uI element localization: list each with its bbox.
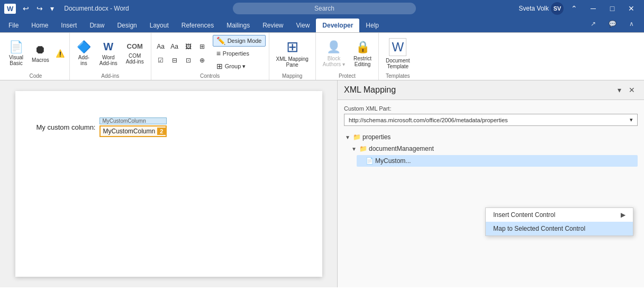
doc-page: My custom column: MyCustomColumn MyCusto… <box>15 91 322 277</box>
properties-folder-icon: 📁 <box>353 132 361 142</box>
protect-label: Protect <box>339 72 356 79</box>
properties-button[interactable]: ≡ Properties <box>213 48 266 59</box>
com-add-ins-button[interactable]: COM COMAdd-ins <box>122 35 148 71</box>
docmanagement-folder-icon: 📁 <box>359 143 367 154</box>
tab-insert[interactable]: Insert <box>55 19 83 32</box>
restrict-editing-button[interactable]: 🔒 RestrictEditing <box>350 35 375 71</box>
minimize-button[interactable]: ─ <box>585 0 602 17</box>
xml-mapping-pane-button[interactable]: ⊞ XML MappingPane <box>273 35 312 71</box>
content-control-value[interactable]: MyCustomColumn 2 <box>99 125 167 137</box>
content-control-label: MyCustomColumn <box>99 117 167 124</box>
ribbon-section-mapping: ⊞ XML MappingPane Mapping <box>269 33 316 80</box>
control-square-button[interactable]: ⊡ <box>182 54 195 67</box>
tab-help[interactable]: Help <box>359 19 385 32</box>
macros-icon: ⏺ <box>34 44 46 56</box>
tree-item-mycustomcolumn[interactable]: 📄 MyCustom... <box>357 155 638 167</box>
add-ins-button[interactable]: 🔷 Add-ins <box>73 35 95 71</box>
expand-docmanagement-icon: ▼ <box>351 144 358 153</box>
xml-dropdown[interactable]: http://schemas.microsoft.com/office/2006… <box>344 114 638 126</box>
ribbon-collapse-button[interactable]: ∧ <box>623 15 640 32</box>
document-template-label: DocumentTemplate <box>386 58 410 69</box>
ribbon-section-controls: Aa Aa 🖼 ⊞ ☑ ⊟ ⊡ ⊕ ✏️ Design Mode ≡ Prope… <box>151 33 269 80</box>
tab-draw[interactable]: Draw <box>83 19 111 32</box>
document-template-button[interactable]: W DocumentTemplate <box>382 35 414 71</box>
control-text: MyCustomColumn <box>101 126 157 136</box>
context-menu: Insert Content Control ▶ Map to Selected… <box>485 207 633 236</box>
ribbon-section-templates: W DocumentTemplate Templates <box>379 33 417 80</box>
control-minus-button[interactable]: ⊟ <box>168 54 181 67</box>
word-add-ins-icon: W <box>103 41 113 53</box>
code-buttons: 📄 VisualBasic ⏺ Macros ⚠️ <box>5 35 66 72</box>
insert-content-control-item[interactable]: Insert Content Control ▶ <box>486 208 633 222</box>
panel-close-button[interactable]: ✕ <box>626 85 638 95</box>
tab-file[interactable]: File <box>2 19 25 32</box>
tree-item-properties[interactable]: ▼ 📁 properties <box>344 131 638 143</box>
xml-panel-body: Custom XML Part: http://schemas.microsof… <box>338 100 644 287</box>
map-to-selected-item[interactable]: Map to Selected Content Control <box>486 222 633 235</box>
design-mode-button[interactable]: ✏️ Design Mode <box>213 35 266 47</box>
comments-button[interactable]: 💬 <box>604 15 621 32</box>
documentmanagement-label: documentManagement <box>369 143 434 154</box>
block-authors-button[interactable]: 👤 BlockAuthors ▾ <box>319 35 349 71</box>
ribbon-toggle-button[interactable]: ⌃ <box>566 0 583 17</box>
addins-buttons: 🔷 Add-ins W WordAdd-ins COM COMAdd-ins <box>73 35 148 72</box>
maximize-button[interactable]: □ <box>604 0 621 17</box>
block-authors-icon: 👤 <box>326 40 341 54</box>
document-template-icon: W <box>389 38 406 56</box>
search-input[interactable] <box>233 3 416 14</box>
word-add-ins-button[interactable]: W WordAdd-ins <box>96 35 121 71</box>
group-button[interactable]: ⊞ Group ▾ <box>213 60 266 72</box>
tab-references[interactable]: References <box>175 19 220 32</box>
group-icon: ⊞ <box>216 62 223 70</box>
word-logo: W <box>4 4 16 14</box>
doc-area: My custom column: MyCustomColumn MyCusto… <box>0 80 337 287</box>
tree-item-documentmanagement[interactable]: ▼ 📁 documentManagement <box>350 143 638 155</box>
control-grid-button[interactable]: ⊞ <box>196 40 208 53</box>
undo-button[interactable]: ↩ <box>20 3 32 14</box>
code-label: Code <box>29 72 42 79</box>
block-authors-label: BlockAuthors ▾ <box>323 56 345 67</box>
group-label: Group ▾ <box>225 63 246 70</box>
tab-design[interactable]: Design <box>111 19 143 32</box>
redo-button[interactable]: ↪ <box>34 3 46 14</box>
ribbon-tabs: File Home Insert Draw Design Layout Refe… <box>0 17 644 33</box>
expand-properties-icon: ▼ <box>345 133 351 142</box>
tab-mailings[interactable]: Mailings <box>220 19 256 32</box>
control-Aa-2-button[interactable]: Aa <box>168 40 181 53</box>
insert-content-control-arrow: ▶ <box>621 211 625 219</box>
tab-layout[interactable]: Layout <box>143 19 175 32</box>
quick-access-more-button[interactable]: ▾ <box>48 3 57 14</box>
close-button[interactable]: ✕ <box>623 0 640 17</box>
control-plus-button[interactable]: ⊕ <box>196 54 208 67</box>
visual-basic-button[interactable]: 📄 VisualBasic <box>5 35 27 71</box>
mapping-buttons: ⊞ XML MappingPane <box>273 35 312 72</box>
tab-home[interactable]: Home <box>25 19 55 32</box>
ribbon-section-addins: 🔷 Add-ins W WordAdd-ins COM COMAdd-ins A… <box>70 33 151 80</box>
macros-label: Macros <box>32 57 49 63</box>
share-button[interactable]: ↗ <box>585 15 602 32</box>
properties-icon: ≡ <box>216 49 221 58</box>
user-info[interactable]: Sveta Volk SV <box>519 2 564 15</box>
control-image-button[interactable]: 🖼 <box>182 40 195 53</box>
tab-developer[interactable]: Developer <box>316 19 359 32</box>
user-avatar: SV <box>551 2 564 15</box>
ribbon-section-protect: 👤 BlockAuthors ▾ 🔒 RestrictEditing Prote… <box>316 33 379 80</box>
tab-view[interactable]: View <box>290 19 316 32</box>
protect-buttons: 👤 BlockAuthors ▾ 🔒 RestrictEditing <box>319 35 375 72</box>
content-control-wrapper[interactable]: MyCustomColumn MyCustomColumn 2 <box>99 117 167 137</box>
control-Aa-1-button[interactable]: Aa <box>155 40 167 53</box>
com-icon: COM <box>127 42 143 51</box>
tab-review[interactable]: Review <box>256 19 289 32</box>
macros-button[interactable]: ⏺ Macros <box>28 35 53 71</box>
restrict-editing-label: RestrictEditing <box>353 56 371 67</box>
templates-label: Templates <box>386 72 410 79</box>
panel-dropdown-button[interactable]: ▾ <box>615 85 624 95</box>
macro-security-button[interactable]: ⚠️ <box>54 35 66 71</box>
word-add-ins-label: WordAdd-ins <box>99 55 117 66</box>
titlebar: W ↩ ↪ ▾ Document.docx - Word Sveta Volk … <box>0 0 644 17</box>
xml-mapping-label: XML MappingPane <box>276 56 309 68</box>
map-to-selected-label: Map to Selected Content Control <box>493 225 585 232</box>
addins-label: Add-ins <box>101 72 119 79</box>
control-check-button[interactable]: ☑ <box>155 54 167 67</box>
visual-basic-icon: 📄 <box>9 41 23 53</box>
